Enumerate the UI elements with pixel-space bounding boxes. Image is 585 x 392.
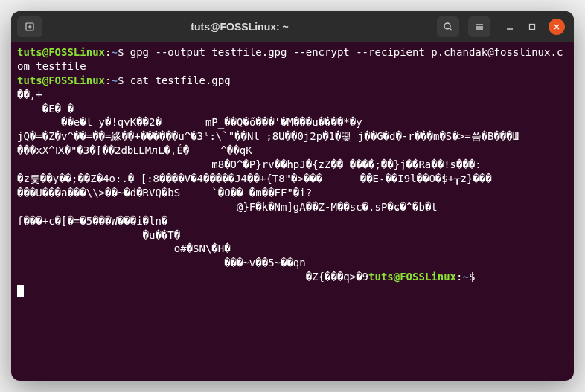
output-line: ��e�l y�!qvK��2� mP_��Q�ő���'�M���u����*… <box>17 116 362 128</box>
prompt-dollar: $ <box>118 74 130 86</box>
terminal-content[interactable]: tuts@FOSSLinux:~$ gpg --output testfile.… <box>11 42 574 381</box>
prompt-user-host: tuts@FOSSLinux <box>368 271 456 283</box>
output-line: jQ�=�Z�v^��=��=緣��+������u^�3ˡ:\`"��Nl ;… <box>17 130 519 142</box>
svg-rect-9 <box>530 25 535 30</box>
output-line: ���~v��5~��qn <box>17 257 306 269</box>
output-line: �u��T� <box>17 229 180 241</box>
titlebar-right <box>437 16 568 37</box>
minimize-icon <box>506 23 514 30</box>
prompt-path: ~ <box>111 46 117 58</box>
output-line: ���U���a���\\>��~�d�RVQ�bS `�O�� ̌�m��FF… <box>17 187 312 199</box>
output-line: �z릋��y��;��Z�4o:.� [:8����V�4�����J4��+{… <box>17 173 492 184</box>
output-line: �E�_� <box>17 103 74 115</box>
output-line: f���+c�[�=�5���W���i�ln� <box>17 215 167 227</box>
titlebar: tuts@FOSSLinux: ~ <box>11 11 574 42</box>
close-button[interactable] <box>549 19 565 35</box>
maximize-icon <box>528 23 536 30</box>
search-icon <box>443 22 453 32</box>
prompt-dollar: $ <box>118 46 130 58</box>
close-icon <box>553 23 560 30</box>
svg-point-3 <box>444 23 450 29</box>
titlebar-left <box>17 16 42 37</box>
command-2: cat testfile.gpg <box>130 74 231 86</box>
output-line: @}F�k�Nm]gA��Z-M��sc�.sP�ɕ�^�b�t <box>17 201 438 213</box>
terminal-window: tuts@FOSSLinux: ~ <box>11 11 574 381</box>
output-line: ��,+ <box>17 89 42 100</box>
minimize-button[interactable] <box>504 21 516 33</box>
prompt-user-host: tuts@FOSSLinux <box>17 46 105 58</box>
output-line: m8�O^�P}rv��hpJ�{zZ�� ����;��}j��Ra��!s�… <box>17 158 482 170</box>
cursor <box>17 285 24 297</box>
hamburger-icon <box>474 22 485 32</box>
window-controls <box>504 19 565 35</box>
search-button[interactable] <box>437 16 459 37</box>
prompt-user-host: tuts@FOSSLinux <box>17 74 105 86</box>
menu-button[interactable] <box>468 16 490 37</box>
prompt-path: ~ <box>462 271 468 283</box>
svg-line-4 <box>450 28 452 30</box>
prompt-path: ~ <box>111 74 117 86</box>
output-line: o#�$N\�H� <box>17 242 231 254</box>
prompt-dollar: $ <box>469 271 482 283</box>
output-line: �Z{���q>�9 <box>17 271 368 283</box>
window-title: tuts@FOSSLinux: ~ <box>48 21 431 33</box>
new-tab-button[interactable] <box>17 16 42 37</box>
output-line: ���xX^Ⅸ�"�3�[��2db˪LMᴫL�ˌÉ� ^��qK <box>17 144 252 156</box>
new-tab-icon <box>25 22 35 32</box>
maximize-button[interactable] <box>526 21 538 33</box>
